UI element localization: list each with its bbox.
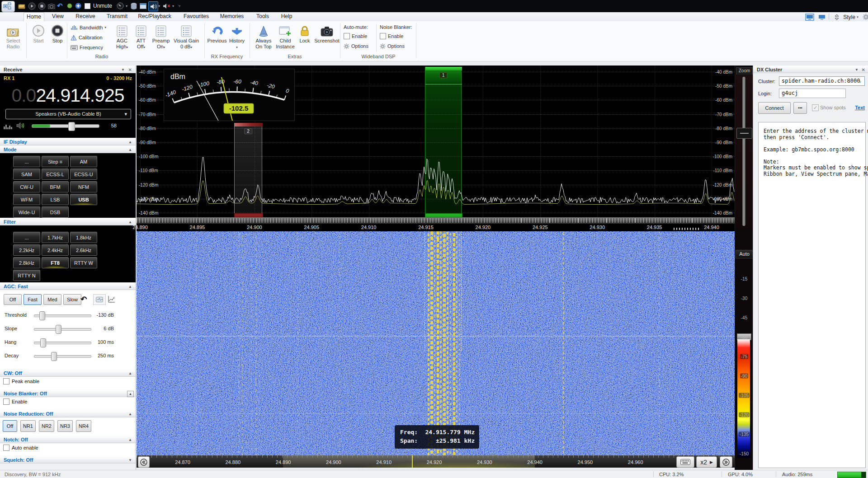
frequency-readout[interactable]: 0.024.914.925 — [0, 85, 136, 106]
threshold-slider-thumb[interactable] — [39, 311, 45, 320]
agc-monitor-icon[interactable] — [93, 294, 106, 305]
play-icon[interactable] — [28, 2, 36, 10]
audio-device-select[interactable]: Speakers (VB-Audio Cable B) ▾ — [5, 109, 131, 119]
nr-button-nr1[interactable]: NR1 — [20, 420, 36, 432]
hang-slider[interactable] — [34, 342, 91, 344]
zoom-factor-button[interactable]: x2▶ — [696, 456, 717, 468]
tab-tools[interactable]: Tools — [251, 12, 274, 21]
noise-reduction-header[interactable]: Noise Reduction: Off▲ — [0, 410, 136, 417]
text-link[interactable]: Text — [855, 105, 865, 110]
decay-slider[interactable] — [34, 355, 91, 358]
monitor-1-icon[interactable] — [804, 13, 815, 21]
filter-button-ft8[interactable]: FT8 — [42, 257, 69, 268]
mode-button-nfm[interactable]: NFM — [70, 181, 97, 192]
mode-button-step-[interactable]: Step ≡ — [42, 156, 69, 167]
filter-button-1-8khz[interactable]: 1.8kHz — [70, 232, 97, 243]
if-display-header[interactable]: IF Display▲ — [0, 138, 136, 145]
window-icon[interactable] — [140, 2, 146, 10]
child-instance-button[interactable]: ChildInstance — [274, 23, 297, 50]
start-button[interactable]: Start — [28, 23, 49, 44]
app-menu-button[interactable] — [1, 1, 15, 12]
agc-button-fast[interactable]: Fast — [24, 294, 42, 305]
band-navigation-bar[interactable]: 24.87024.88024.89024.90024.91024.92024.9… — [137, 455, 735, 468]
scroll-left-button[interactable] — [138, 456, 150, 468]
cw-header[interactable]: CW: Off▲ — [0, 369, 136, 377]
stop-button[interactable]: Stop — [47, 23, 68, 44]
spectrum-display[interactable]: 2 1 -40 dBm-50 dBm-60 dBm-70 dBm-80 dBm-… — [137, 66, 735, 231]
style-menu[interactable]: Style ▾ — [842, 13, 860, 21]
nr-button-off[interactable]: Off — [3, 420, 17, 432]
tab-help[interactable]: Help — [277, 12, 297, 21]
hang-slider-thumb[interactable] — [40, 338, 46, 347]
noise-blanker-options[interactable]: Options — [380, 42, 405, 50]
dx-cluster-header[interactable]: DX Cluster ▼ ✕ — [753, 66, 868, 73]
agc-graph-icon[interactable] — [108, 295, 116, 304]
scroll-right-button[interactable] — [720, 456, 732, 468]
nr-button-nr3[interactable]: NR3 — [57, 420, 73, 432]
chevron-down-icon[interactable]: ▾ — [158, 2, 160, 10]
camera-icon[interactable] — [48, 2, 55, 10]
slope-slider-thumb[interactable] — [56, 325, 61, 334]
zoom-menu-button[interactable]: Zoom ▼ — [736, 67, 753, 75]
filter-button-rtty-w[interactable]: RTTY W — [70, 257, 97, 268]
zoom-slider-handle[interactable] — [736, 128, 752, 139]
filter-button-2-6khz[interactable]: 2.6kHz — [70, 244, 97, 256]
tab-memories[interactable]: Memories — [217, 12, 247, 21]
history-button[interactable]: History▾ — [227, 23, 247, 50]
noise-blanker-header[interactable]: Noise Blanker: Off ▲ — [0, 389, 136, 397]
bandwidth-button[interactable]: Bandwidth▾ — [71, 23, 106, 32]
agc-undo-icon[interactable]: ↶ — [80, 295, 87, 304]
waterfall-display[interactable]: Freq:24.915.779 MHz Span:±25.981 kHz — [137, 231, 735, 455]
mute-checkbox-icon[interactable] — [85, 2, 90, 10]
tab-home[interactable]: Home — [24, 12, 44, 21]
grip-dots[interactable] — [674, 228, 701, 230]
zoom-slider-track[interactable] — [742, 77, 745, 226]
mode-button-am[interactable]: AM — [70, 156, 97, 167]
mode-button-cw-u[interactable]: CW-U — [13, 181, 40, 192]
filter-button-1-7khz[interactable]: 1.7kHz — [42, 232, 69, 243]
notch-header[interactable]: Notch: Off▲ — [0, 436, 136, 443]
mode-button-ecss-l[interactable]: ECSS-L — [42, 169, 69, 180]
filter-button-2-2khz[interactable]: 2.2kHz — [13, 244, 40, 256]
waterfall-auto-button[interactable]: Auto — [736, 250, 753, 258]
add-icon[interactable] — [75, 2, 81, 10]
mode-button-sam[interactable]: SAM — [13, 169, 40, 180]
volume-slider[interactable] — [32, 124, 99, 128]
frequency-button[interactable]: Frequency — [71, 43, 103, 52]
speaker-volume-icon[interactable] — [16, 122, 25, 130]
nb-enable-checkbox[interactable] — [3, 398, 9, 405]
frequency-ruler[interactable] — [137, 217, 735, 224]
record-dot-icon[interactable] — [67, 2, 72, 10]
filter-button-2-8khz[interactable]: 2.8kHz — [13, 257, 40, 268]
filter-button-2-4khz[interactable]: 2.4kHz — [42, 244, 69, 256]
gauge-icon[interactable] — [117, 2, 124, 10]
auto-enable-checkbox[interactable] — [3, 445, 9, 451]
panel-collapse-icon[interactable]: ▼ — [855, 66, 859, 74]
keyboard-entry-button[interactable] — [676, 456, 694, 468]
agc-button-off[interactable]: Off — [4, 294, 22, 305]
mode-button-wfm[interactable]: WFM — [13, 194, 40, 205]
noise-blanker-enable-checkbox[interactable] — [380, 33, 386, 39]
nr-button-nr2[interactable]: NR2 — [39, 420, 54, 432]
calibration-button[interactable]: Calibration — [71, 33, 103, 42]
threshold-slider[interactable] — [34, 314, 91, 317]
slope-slider[interactable] — [34, 328, 91, 331]
tab-transmit[interactable]: Transmit — [102, 12, 132, 21]
volume-slider-thumb[interactable] — [68, 122, 75, 131]
tab-receive[interactable]: Receive — [71, 12, 99, 21]
stop-icon[interactable] — [38, 2, 46, 10]
agc-button-slow[interactable]: Slow — [63, 294, 81, 305]
show-spots-checkbox[interactable]: ✓ — [812, 104, 819, 111]
squelch-header[interactable]: Squelch: Off▼ — [0, 456, 136, 464]
cluster-combo[interactable]: spider.ham-radio.ch:8000 ⌄ — [779, 76, 865, 86]
mode-button-bfm[interactable]: BFM — [42, 181, 69, 192]
cw-peak-enable-row[interactable]: Peak enable — [0, 377, 136, 389]
toolbar-overflow-icon[interactable]: ▿ — [179, 2, 180, 10]
scroll-up-button[interactable]: ▲ — [127, 391, 134, 397]
connect-button[interactable]: Connect — [758, 102, 791, 114]
agc-button[interactable]: AGCHigh▾ — [112, 23, 132, 50]
open-file-icon[interactable] — [18, 2, 25, 10]
mode-button-usb[interactable]: USB — [70, 194, 97, 205]
nr-button-nr4[interactable]: NR4 — [76, 420, 91, 432]
auto-mute-options[interactable]: Options — [344, 42, 368, 50]
